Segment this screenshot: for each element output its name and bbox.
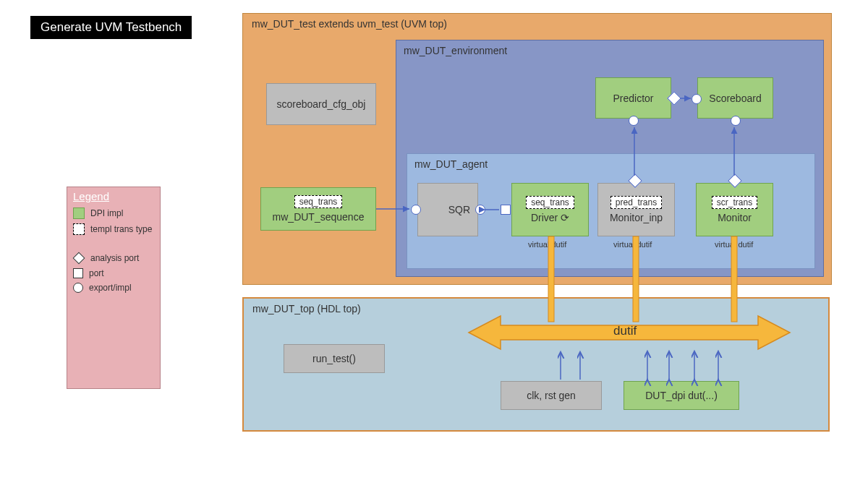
driver-vif: virtual dutif: [528, 240, 566, 249]
sqr-right-export-icon: [475, 205, 485, 215]
monitor-inp-vif: virtual dutif: [613, 240, 652, 249]
diagram-canvas: Generate UVM Testbench Legend DPI impl t…: [0, 0, 868, 488]
scoreboard-box: Scoreboard: [697, 77, 773, 119]
driver-box: seq_trans Driver ⟳: [511, 183, 589, 236]
scoreboard-label: Scoreboard: [709, 93, 761, 104]
sqr-box: SQR: [417, 183, 478, 236]
predictor-box: Predictor: [595, 77, 671, 119]
run-test-box: run_test(): [284, 344, 385, 373]
predictor-bottom-export-icon: [629, 116, 639, 126]
sqr-left-export-icon: [411, 205, 421, 215]
dut-box: DUT_dpi dut(...): [624, 381, 739, 410]
monitor-box: scr_trans Monitor: [696, 183, 773, 236]
clk-rst-label: clk, rst gen: [527, 390, 576, 401]
dutif-label: dutif: [613, 324, 637, 338]
monitor-inp-name: Monitor_inp: [610, 212, 663, 223]
legend: Legend DPI impl templ trans type analysi…: [67, 187, 161, 389]
diamond-swatch-icon: [73, 252, 85, 265]
monitor-trans: scr_trans: [712, 196, 757, 209]
legend-dpi-impl: DPI impl: [67, 205, 160, 221]
monitor-vif: virtual dutif: [715, 240, 753, 249]
sequence-name: mw_DUT_sequence: [273, 211, 365, 223]
legend-port: port: [67, 266, 160, 281]
legend-dpi-impl-label: DPI impl: [90, 208, 123, 218]
legend-templ-trans: templ trans type: [67, 221, 160, 237]
environment-label: mw_DUT_environment: [404, 45, 507, 56]
square-swatch-icon: [73, 268, 83, 278]
green-swatch-icon: [73, 207, 85, 219]
hdl-top-label: mw_DUT_top (HDL top): [252, 303, 361, 314]
monitor-inp-box: pred_trans Monitor_inp: [597, 183, 675, 236]
predictor-label: Predictor: [613, 93, 653, 104]
uvm-top-label: mw_DUT_test extends uvm_test (UVM top): [252, 18, 447, 30]
scoreboard-export-icon: [692, 94, 702, 104]
scoreboard-cfg-label: scoreboard_cfg_obj: [277, 98, 366, 110]
legend-export-impl-label: export/impl: [89, 283, 132, 293]
legend-analysis-port-label: analysis port: [90, 253, 139, 263]
monitor-name: Monitor: [718, 212, 752, 223]
sequence-box: seq_trans mw_DUT_sequence: [260, 187, 376, 231]
run-test-label: run_test(): [312, 353, 356, 364]
monitor-inp-trans: pred_trans: [610, 196, 662, 209]
circle-swatch-icon: [73, 283, 83, 293]
legend-title: Legend: [67, 187, 160, 205]
sqr-label: SQR: [448, 204, 470, 215]
driver-name: Driver ⟳: [531, 212, 569, 223]
legend-export-impl: export/impl: [67, 281, 160, 295]
legend-templ-trans-label: templ trans type: [90, 224, 152, 234]
dut-label: DUT_dpi dut(...): [645, 390, 718, 401]
legend-port-label: port: [89, 268, 104, 278]
sequence-trans-label: seq_trans: [294, 195, 343, 208]
driver-trans: seq_trans: [526, 196, 574, 209]
driver-left-port-icon: [501, 205, 511, 215]
scoreboard-bottom-export-icon: [731, 116, 741, 126]
scoreboard-cfg-box: scoreboard_cfg_obj: [266, 83, 376, 125]
clk-rst-box: clk, rst gen: [501, 381, 602, 410]
agent-label: mw_DUT_agent: [414, 158, 488, 170]
page-title: Generate UVM Testbench: [30, 16, 192, 39]
legend-analysis-port: analysis port: [67, 250, 160, 266]
dashed-swatch-icon: [73, 223, 85, 235]
